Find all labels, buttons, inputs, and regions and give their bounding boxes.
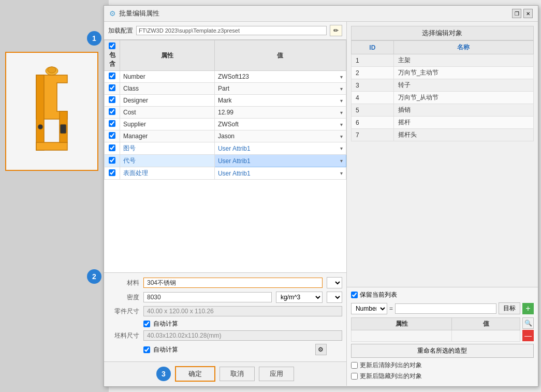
attr-value-cell[interactable]: Jason ▾ <box>214 130 346 142</box>
svg-rect-3 <box>60 124 66 134</box>
dropdown-arrow-icon[interactable]: ▾ <box>340 146 343 151</box>
object-row[interactable]: 7 摇杆头 <box>351 129 533 141</box>
table-row: Manager Jason ▾ <box>105 130 346 142</box>
obj-name: 转子 <box>393 79 533 92</box>
dropdown-arrow-icon[interactable]: ▾ <box>340 86 343 92</box>
dropdown-arrow-icon[interactable]: ▾ <box>340 170 343 176</box>
auto-calc1-checkbox[interactable] <box>143 321 150 327</box>
col-header-value: 值 <box>214 40 346 71</box>
objects-table: ID 名称 1 主架 2 万向节_主动节 <box>351 40 534 141</box>
filter-eq-label: = <box>389 305 393 312</box>
object-row[interactable]: 1 主架 <box>351 54 533 67</box>
gear-button[interactable]: ⚙ <box>315 344 327 355</box>
include-all-checkbox[interactable] <box>109 42 115 49</box>
dropdown-arrow-icon[interactable]: ▾ <box>340 134 343 139</box>
object-row[interactable]: 3 转子 <box>351 79 533 92</box>
attr-value-cell[interactable]: User Attrib1 ▾ <box>214 155 346 167</box>
object-row[interactable]: 4 万向节_从动节 <box>351 92 533 104</box>
row-checkbox[interactable] <box>109 144 115 151</box>
blank-size-value <box>143 330 342 341</box>
attr-name-cell: Manager <box>120 130 215 142</box>
attr-value-cell[interactable]: 12.99 ▾ <box>214 107 346 119</box>
col-header-attr: 属性 <box>120 40 215 71</box>
attr-name-cell: Supplier <box>120 119 215 130</box>
config-row: 加载配置 ✏ <box>104 22 346 40</box>
confirm-button[interactable]: 确定 <box>175 366 215 382</box>
update-clear-label: 更新后清除列出的对象 <box>360 361 422 370</box>
update-hide-checkbox[interactable] <box>351 373 358 380</box>
config-path-input[interactable] <box>136 26 327 35</box>
obj-id: 2 <box>351 67 393 79</box>
obj-name: 主架 <box>393 54 533 67</box>
cancel-button[interactable]: 取消 <box>220 367 255 381</box>
obj-id: 1 <box>351 54 393 67</box>
obj-id: 4 <box>351 92 393 104</box>
keep-list-checkbox[interactable] <box>351 292 358 298</box>
density-unit-dropdown[interactable]: ▾ <box>327 292 342 303</box>
row-checkbox[interactable] <box>109 132 115 139</box>
add-filter-button[interactable]: + <box>522 303 534 314</box>
row-checkbox[interactable] <box>109 84 115 91</box>
dropdown-arrow-icon[interactable]: ▾ <box>340 122 343 127</box>
row-checkbox[interactable] <box>109 120 115 127</box>
obj-id: 3 <box>351 79 393 92</box>
dropdown-arrow-icon[interactable]: ▾ <box>340 110 343 115</box>
object-row[interactable]: 6 摇杆 <box>351 117 533 129</box>
row-checkbox[interactable] <box>109 96 115 103</box>
rename-button[interactable]: 重命名所选的造型 <box>351 344 534 358</box>
table-row: Class Part ▾ <box>105 83 346 95</box>
dropdown-arrow-icon[interactable]: ▾ <box>340 98 343 104</box>
dropdown-arrow-icon[interactable]: ▾ <box>340 158 343 164</box>
remove-filter-button[interactable]: — <box>522 330 534 341</box>
attr-value-cell[interactable]: Part ▾ <box>214 83 346 95</box>
row-checkbox[interactable] <box>109 108 115 115</box>
density-input[interactable] <box>143 292 272 302</box>
object-row[interactable]: 2 万向节_主动节 <box>351 67 533 79</box>
filter-attr-select[interactable]: Number <box>351 303 387 314</box>
search-filter-button[interactable]: 🔍 <box>522 317 534 329</box>
dialog-title: 批量编辑属性 <box>119 9 159 18</box>
update-clear-checkbox[interactable] <box>351 362 358 369</box>
attr-name-cell: Cost <box>120 107 215 119</box>
dialog-title-icon: ⚙ <box>109 9 116 18</box>
density-unit-select[interactable]: kg/m^3 <box>276 292 323 303</box>
auto-calc2-checkbox[interactable] <box>143 346 150 353</box>
search-icon: 🔍 <box>524 320 532 327</box>
keep-list-label: 保留当前列表 <box>360 291 397 299</box>
attr-value-cell[interactable]: User Attrib1 ▾ <box>214 142 346 155</box>
attr-name-cell: Number <box>120 71 215 83</box>
row-checkbox[interactable] <box>109 72 115 79</box>
attr-name-cell: Class <box>120 83 215 95</box>
svg-point-1 <box>48 67 56 73</box>
object-row[interactable]: 5 插销 <box>351 104 533 117</box>
obj-name: 摇杆头 <box>393 129 533 141</box>
attr-filter-table: 属性 值 <box>351 317 520 342</box>
right-panel-top: 选择编辑对象 ID 名称 1 主架 <box>347 22 538 287</box>
attr-value-cell[interactable]: ZWSoft123 ▾ <box>214 71 346 83</box>
table-row: Designer Mark ▾ <box>105 95 346 107</box>
plus-icon: + <box>525 304 530 313</box>
row-checkbox[interactable] <box>109 169 115 176</box>
dialog-restore-btn[interactable]: ❐ <box>512 9 521 18</box>
attr-value-cell[interactable]: ZWSoft ▾ <box>214 119 346 130</box>
attr-value-cell[interactable]: User Attrib1 ▾ <box>214 167 346 180</box>
auto-calc2-label: 自动计算 <box>153 345 178 354</box>
attr-name-cell: Designer <box>120 95 215 107</box>
material-value-input[interactable] <box>143 278 323 288</box>
config-browse-button[interactable]: ✏ <box>330 25 342 36</box>
filter-attr-cell <box>351 330 452 342</box>
step-badge-1: 1 <box>87 31 101 46</box>
update-hide-label: 更新后隐藏列出的对象 <box>360 372 422 381</box>
filter-value-input[interactable] <box>395 303 496 314</box>
attr-value-cell[interactable]: Mark ▾ <box>214 95 346 107</box>
apply-button[interactable]: 应用 <box>259 367 294 381</box>
part-size-value <box>143 306 342 316</box>
target-button[interactable]: 目标 <box>499 302 520 314</box>
dropdown-arrow-icon[interactable]: ▾ <box>340 74 343 80</box>
obj-col-id: ID <box>351 41 393 54</box>
obj-id: 7 <box>351 129 393 141</box>
properties-table: 包含 属性 值 Number ZW <box>104 40 346 180</box>
material-dropdown[interactable]: ▾ <box>327 277 342 288</box>
dialog-close-btn[interactable]: ✕ <box>523 9 533 18</box>
row-checkbox[interactable] <box>109 157 115 164</box>
